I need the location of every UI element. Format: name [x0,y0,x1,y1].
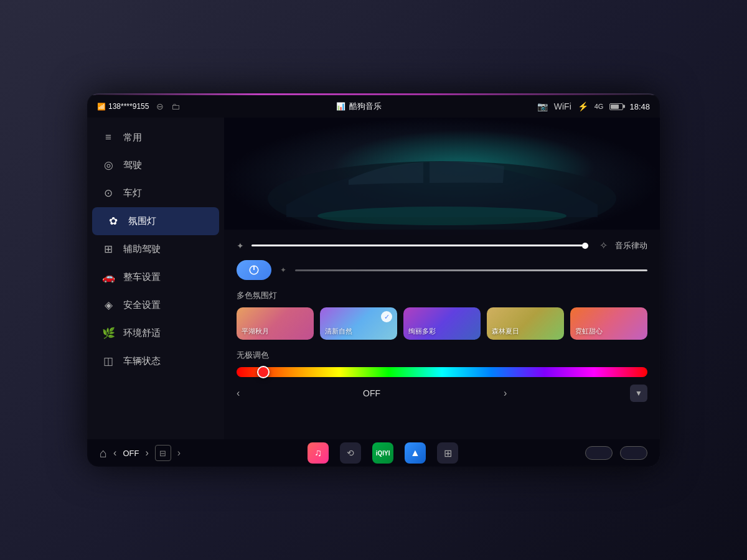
app-music-btn[interactable]: ♫ [308,442,329,464]
color-card-xuanli[interactable]: 绚丽多彩 [403,307,481,340]
taskbar-prev-btn[interactable]: ‹ [113,447,116,459]
off-row: ‹ OFF › ▼ [237,385,647,402]
taskbar-center: ♫ ⟲ iQIYI ▲ ⊞ [308,442,458,464]
sidebar-item-huanjing[interactable]: 🌿 环境舒适 [87,319,224,347]
music-rhythm-label[interactable]: 音乐律动 [615,240,647,251]
huanjing-icon: 🌿 [102,327,115,340]
physical-btn-2[interactable] [620,446,647,460]
color-card-senlin[interactable]: 森林夏日 [487,307,564,340]
taskbar-expand-icon: › [177,447,181,459]
sidebar-item-fuzhujia[interactable]: ⊞ 辅助驾驶 [87,235,224,263]
infotainment-screen: 📶 138****9155 ⊖ 🗀 📊 酷狗音乐 📷 WiFi ⚡ 4G [87,93,660,467]
status-right: 📷 WiFi ⚡ 4G 18:48 [537,101,650,111]
qiweideng-icon: ✿ [107,215,120,228]
taskbar-off-label: OFF [123,449,139,458]
status-center[interactable]: 📊 酷狗音乐 [336,101,382,112]
infinite-color-section: 无极调色 ‹ OFF › ▼ [237,350,647,402]
cheleng-icon: ⊙ [102,187,115,200]
card-qingxin-label: 清新自然 [325,327,352,336]
fuzhujia-icon: ⊞ [102,243,115,256]
card-pinhu-label: 平湖秋月 [242,327,269,336]
wifi-icon: WiFi [554,101,571,111]
app-maps-icon: ▲ [410,447,420,459]
message-icon: ⊖ [156,101,164,111]
controls-area: ✦ ✧ 音乐律动 [224,230,660,439]
sidebar-item-zhengche[interactable]: 🚗 整车设置 [87,263,224,291]
card-senlin-label: 森林夏日 [492,327,519,336]
brightness-high-icon: ✧ [599,240,608,251]
off-label: OFF [363,388,380,398]
card-xuanli-label: 绚丽多彩 [408,327,436,336]
sidebar-item-jiashi[interactable]: ◎ 驾驶 [87,151,224,179]
app-iqiyi-icon: iQIYI [376,450,390,457]
right-panel: ✦ ✧ 音乐律动 [224,118,660,439]
phone-icon: 📶 [97,103,106,111]
car-display [224,118,660,242]
anquan-icon: ◈ [102,299,115,312]
power-icon [248,264,260,276]
color-card-qingxin[interactable]: ✓ 清新自然 [320,307,397,340]
rainbow-color-slider[interactable] [237,367,647,377]
cheliang-icon: ◫ [102,355,115,368]
selected-check: ✓ [381,311,392,322]
nav-screen-icon[interactable]: ⊟ [155,445,171,461]
color-dim-icon: ✦ [280,266,286,274]
power-button[interactable] [237,260,271,280]
taskbar: ⌂ ‹ OFF › ⊟ › ♫ ⟲ iQIYI ▲ [87,439,660,467]
sidebar-item-cheliang[interactable]: ◫ 车辆状态 [87,347,224,375]
rainbow-slider-thumb [257,366,270,378]
sidebar-item-qiweideng[interactable]: ✿ 氛围灯 [92,207,219,235]
app-iqiyi-btn[interactable]: iQIYI [372,442,393,464]
taskbar-next-btn[interactable]: › [145,447,148,459]
car-scene-svg [224,118,660,242]
brightness-slider[interactable] [251,245,588,246]
app-car-btn[interactable]: ⟲ [340,442,361,464]
app-music-icon: ♫ [314,447,322,459]
brightness-row: ✦ ✧ 音乐律动 [237,240,647,251]
sidebar-item-changyong[interactable]: ≡ 常用 [87,124,224,151]
app-car-icon: ⟲ [347,448,354,458]
brightness-thumb [582,243,588,249]
card-caihong-label: 霓虹甜心 [575,327,603,336]
car-scene [224,118,660,242]
car-background: 📶 138****9155 ⊖ 🗀 📊 酷狗音乐 📷 WiFi ⚡ 4G [0,0,747,560]
physical-btn-1[interactable] [585,446,613,460]
folder-icon: 🗀 [171,101,180,111]
color-card-caihong[interactable]: 霓虹甜心 [570,307,647,340]
color-card-pinhu[interactable]: 平湖秋月 [237,307,314,340]
sidebar: ≡ 常用 ◎ 驾驶 ⊙ 车灯 ✿ 氛围灯 [87,118,224,439]
sidebar-item-cheleng[interactable]: ⊙ 车灯 [87,179,224,207]
dropdown-arrow-icon: ▼ [635,389,642,398]
home-button[interactable]: ⌂ [100,446,107,460]
color-cards-row: 平湖秋月 ✓ 清新自然 绚丽多彩 森林夏日 [237,307,647,340]
multi-color-title: 多色氛围灯 [237,290,647,301]
app-grid-btn[interactable]: ⊞ [437,442,458,464]
main-content: ≡ 常用 ◎ 驾驶 ⊙ 车灯 ✿ 氛围灯 [87,118,660,439]
bluetooth-icon: ⚡ [578,101,588,111]
phone-number: 📶 138****9155 [97,102,149,111]
music-bar-icon: 📊 [336,102,345,111]
infinite-color-title: 无极调色 [237,350,647,361]
app-grid-icon: ⊞ [444,447,452,459]
chevron-left-btn[interactable]: ‹ [237,388,240,399]
zhengche-icon: 🚗 [102,271,115,284]
camera-icon: 📷 [537,101,548,111]
changyong-icon: ≡ [102,131,115,144]
dropdown-btn[interactable]: ▼ [630,385,647,402]
color-brightness-slider[interactable] [295,269,647,271]
jiashi-icon: ◎ [102,159,115,172]
status-bar: 📶 138****9155 ⊖ 🗀 📊 酷狗音乐 📷 WiFi ⚡ 4G [87,95,660,118]
signal-4g: 4G [594,103,604,110]
power-row: ✦ [237,260,647,280]
status-left: 📶 138****9155 ⊖ 🗀 [97,101,180,111]
chevron-right-btn[interactable]: › [504,388,507,399]
svg-point-3 [317,207,566,225]
brightness-low-icon: ✦ [237,241,244,251]
sidebar-item-anquan[interactable]: ◈ 安全设置 [87,291,224,319]
taskbar-right [585,446,647,460]
clock: 18:48 [629,102,650,111]
taskbar-left: ⌂ ‹ OFF › ⊟ › [100,445,181,461]
app-maps-btn[interactable]: ▲ [405,442,426,464]
battery-indicator [609,103,623,110]
